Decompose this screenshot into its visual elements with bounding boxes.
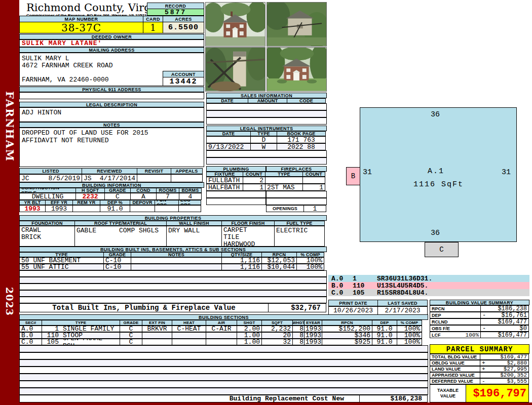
bi-comp: 100% <box>296 257 324 264</box>
mailing-address-line2: 4672 FARNHAM CREEK ROAD <box>22 62 112 69</box>
legend-row-a: A.0 1 SR36U31L36D31. <box>328 275 529 282</box>
legend-num: 110 <box>353 282 377 290</box>
li-book: 2022 88 <box>277 143 326 150</box>
district-name: FARNHAM <box>4 91 16 162</box>
empty-row <box>19 270 327 277</box>
dep-pct-header: DEP % <box>100 200 130 205</box>
bi-grade: C-10 <box>103 264 131 270</box>
fireplace-type: 2ST MAS <box>265 184 303 191</box>
bvs-value-cell: - $16,761 <box>480 312 529 318</box>
rooms-header: ROOMS <box>156 188 179 193</box>
building-value-summary-label: BUILDING VALUE SUMMARY <box>430 300 529 305</box>
ps-label: LAND VALUE <box>430 366 480 372</box>
bvs-label: LCF <box>432 333 441 338</box>
ps-label: APPRAISED VALUE <box>430 372 480 378</box>
photo-grid <box>205 2 327 92</box>
bs-grade: C <box>120 326 142 332</box>
floor-line3: HARDWOOD <box>223 241 255 247</box>
empty-row <box>19 277 327 284</box>
empty-row <box>19 388 428 395</box>
bi-notes <box>131 257 222 264</box>
bs-type: SINGLE FAMILY <box>59 326 114 332</box>
property-photo-outbuilding[interactable] <box>267 2 327 47</box>
bs-whgt: 8 <box>292 339 305 345</box>
building-sections-headers: SEC# TYPE GRADE EXT FIN HEAT AIR SHGT SQ… <box>19 320 422 326</box>
account-value: 13442 <box>163 77 204 86</box>
plumbing-fireplace-headers: FIXTURE COUNT TYPE COUNT <box>206 172 325 177</box>
ps-value-cell: + $2,880 <box>480 360 529 366</box>
built-ins-headers: TYPE GRADE NOTES QTY/SIZE RPCN % COMP <box>19 252 324 257</box>
openings-value: 1 <box>303 205 326 212</box>
cond-header: COND <box>130 188 157 193</box>
appeals-value <box>171 174 203 182</box>
ecoobs-value <box>178 205 201 212</box>
foundation-line1: CRAWL <box>21 227 41 234</box>
notes-box: DROPPED OUT OF LAND USE FOR 2015 AFFIDAV… <box>19 128 204 167</box>
bs-eyear: 1993 <box>304 326 322 332</box>
bs-comp-header: % COMP <box>397 320 422 326</box>
depovr-header: DEPOVR <box>130 200 155 205</box>
bs-air: C-AIR <box>206 326 237 332</box>
property-photo-rear[interactable] <box>267 47 327 92</box>
bs-grade: C <box>120 339 142 345</box>
roof-type: GABLE <box>77 227 96 234</box>
yrblt-header: YR BLT <box>19 200 46 205</box>
bvs-label: OBS F/E <box>430 325 481 332</box>
ps-value-cell: - $3,555 <box>480 378 529 384</box>
fireplace-type-header: TYPE <box>265 172 303 177</box>
bs-type: STOOP <box>59 332 83 339</box>
listed-date: 8/5/2019 <box>49 175 80 182</box>
ps-label: TOTAL BLDG VALUE <box>430 354 480 360</box>
print-info-values: 10/26/2023 2/17/2023 <box>328 306 428 315</box>
bi-grade: C-10 <box>103 257 131 264</box>
sketch-dim-right: 31 <box>502 168 511 177</box>
physical-address-value <box>19 92 204 99</box>
bvs-label: DEP <box>430 312 481 318</box>
hsqft-value: 2232 <box>75 193 105 200</box>
empty-row <box>19 290 327 297</box>
empty-row <box>206 198 266 205</box>
ps-value-cell: $200,352 <box>480 372 529 378</box>
parcel-summary-row: DEFERRED VALUE - $3,555 <box>430 378 529 384</box>
ps-value-cell: + $27,995 <box>480 366 529 372</box>
li-book-header: BOOK PAGE <box>277 131 326 136</box>
plumbing-label: PLUMBING <box>206 166 266 172</box>
bvs-row: LCF 100% $169,477 <box>430 332 529 338</box>
bs-dep: 91.0 <box>372 326 397 332</box>
bi-type: 50 UNF BASEMENT <box>19 257 104 264</box>
li-date: 9/13/2022 <box>206 143 251 150</box>
property-photo-front[interactable] <box>205 2 265 47</box>
wall-finish-header: WALL FINISH <box>166 221 222 226</box>
legal-description-label: LEGAL DESCRIPTION <box>19 102 204 107</box>
bvs-value: $169,477 <box>498 318 527 325</box>
construction-style-value: DWELLING <box>19 193 76 200</box>
bs-rpcn: $152,200 <box>322 326 372 332</box>
property-photo-structure[interactable] <box>205 47 265 92</box>
appeals-header: APPEALS <box>171 168 203 174</box>
ps-sign: - <box>482 378 485 384</box>
grade-value: C <box>104 193 131 200</box>
mailing-address-label: MAILING ADDRESS <box>19 47 204 53</box>
li-book: 171 763 <box>277 136 326 143</box>
parcel-summary-row: APPRAISED VALUE $200,352 <box>430 372 529 378</box>
wall-finish-value: DRY WALL <box>166 226 222 247</box>
legal-description-value: ADJ HINTON <box>19 107 204 122</box>
bs-heat: C-HEAT <box>172 326 206 332</box>
mailing-address-line3: FARNHAM, VA 22460-0000 <box>22 76 109 84</box>
taxable-value-label: TAXABLE VALUE <box>430 384 466 402</box>
li-type-header: TYPE <box>250 131 277 136</box>
bvs-value: $186,238 <box>498 305 527 312</box>
bvs-sign: - <box>482 312 486 318</box>
bs-comp: 100% <box>397 326 422 332</box>
revisit-header: REVISIT <box>137 168 171 174</box>
bvs-label: RPCN <box>430 305 481 312</box>
legal-instruments-headers: DATE TYPE BOOK PAGE <box>206 131 326 136</box>
ps-value: $200,352 <box>500 372 527 378</box>
roof-value: GABLE COMP SHGLS <box>74 226 167 247</box>
district-sidebar: FARNHAM 2023 <box>0 0 19 405</box>
bs-ext <box>142 332 172 339</box>
built-ins-row: 55 UNF ATTIC C-10 1,116 $10,044 100% <box>19 264 324 270</box>
effyr-header: EFF YR <box>45 200 73 205</box>
bvs-value-cell: $169,477 <box>480 332 529 338</box>
bs-ext: BRKVR <box>142 326 172 332</box>
